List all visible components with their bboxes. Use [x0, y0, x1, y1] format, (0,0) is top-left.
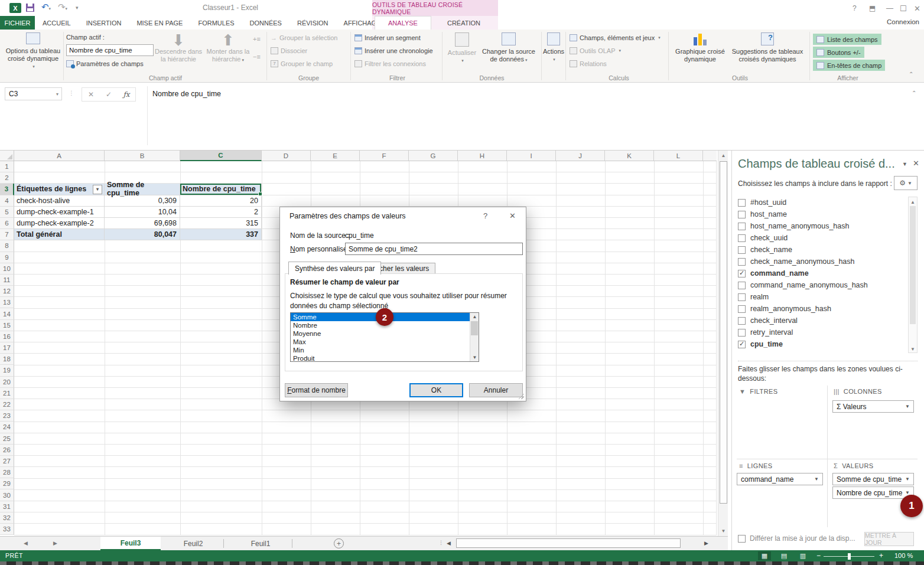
- confirm-entry-icon[interactable]: ✓: [100, 90, 118, 99]
- normal-view-icon[interactable]: ▦: [758, 551, 771, 560]
- field-checkbox[interactable]: [738, 293, 746, 301]
- row-header[interactable]: 32: [0, 512, 14, 524]
- save-icon[interactable]: [26, 4, 34, 12]
- row-header[interactable]: 27: [0, 456, 14, 467]
- summary-option[interactable]: Min: [291, 346, 479, 354]
- new-sheet-icon[interactable]: +: [334, 538, 344, 548]
- group-selection-button[interactable]: →Grouper la sélection: [271, 34, 337, 41]
- grid-vertical-scrollbar[interactable]: ▲ ▼: [718, 151, 728, 536]
- scrollbar-thumb[interactable]: [471, 321, 478, 335]
- column-header[interactable]: I: [507, 151, 556, 161]
- scrollbar-thumb[interactable]: [720, 161, 727, 504]
- field-checkbox[interactable]: [738, 246, 746, 254]
- column-header[interactable]: E: [311, 151, 360, 161]
- field-checkbox[interactable]: [738, 258, 746, 266]
- actions-button[interactable]: Actions▾: [542, 32, 565, 63]
- tab-summarize-values[interactable]: Synthèse des valeurs par: [288, 262, 381, 275]
- field-chip[interactable]: Σ Valeurs▼: [832, 400, 914, 413]
- collapse-ribbon-icon[interactable]: ⌃: [909, 71, 913, 77]
- expand-field-icon[interactable]: +≡: [253, 35, 261, 43]
- field-checkbox[interactable]: [738, 270, 746, 277]
- sheet-tab-feuil3[interactable]: Feuil3: [100, 537, 161, 550]
- field-list-toggle[interactable]: Liste des champs: [813, 34, 881, 45]
- field-checkbox[interactable]: [738, 211, 746, 218]
- row-header[interactable]: 8: [0, 240, 14, 252]
- row-header[interactable]: 10: [0, 263, 14, 275]
- field-headers-toggle[interactable]: En-têtes de champ: [813, 60, 885, 71]
- tab-analyse-active[interactable]: ANALYSE: [375, 16, 431, 30]
- field-list-scrollbar[interactable]: ▲ ▼: [908, 197, 918, 353]
- scroll-right-icon[interactable]: ▶: [704, 540, 708, 546]
- help-icon[interactable]: ?: [853, 4, 857, 12]
- row-header[interactable]: 16: [0, 331, 14, 342]
- ungroup-button[interactable]: Dissocier: [271, 47, 307, 54]
- field-checkbox[interactable]: [738, 282, 746, 289]
- row-header[interactable]: 18: [0, 354, 14, 365]
- select-all-corner[interactable]: [0, 151, 14, 161]
- field-checkbox[interactable]: [738, 234, 746, 242]
- row-header[interactable]: 1: [0, 161, 14, 172]
- row-header[interactable]: 3: [0, 184, 14, 195]
- insert-timeline-button[interactable]: Insérer une chronologie: [354, 47, 433, 54]
- row-header[interactable]: 29: [0, 478, 14, 489]
- qat-customize-icon[interactable]: ▾: [76, 5, 79, 11]
- row-header[interactable]: 19: [0, 365, 14, 376]
- field-item[interactable]: #host_uuid: [738, 197, 907, 208]
- name-box[interactable]: C3▾: [5, 87, 62, 100]
- row-header[interactable]: 26: [0, 445, 14, 456]
- tab-accueil[interactable]: ACCUEIL: [35, 16, 79, 30]
- sheet-nav-left-icon[interactable]: ◀: [24, 540, 28, 546]
- formula-bar-splitter[interactable]: ⋮: [69, 90, 74, 96]
- zoom-in-icon[interactable]: +: [879, 551, 883, 560]
- tab-revision[interactable]: RÉVISION: [289, 16, 336, 30]
- pivot-chart-button[interactable]: Graphique croisédynamique: [674, 32, 727, 63]
- column-header[interactable]: G: [409, 151, 458, 161]
- row-header[interactable]: 33: [0, 524, 14, 535]
- row-header[interactable]: 15: [0, 320, 14, 331]
- scroll-down-icon[interactable]: ▼: [909, 344, 917, 354]
- filter-connections-button[interactable]: Filtrer les connexions: [354, 60, 426, 67]
- insert-function-icon[interactable]: ƒx: [118, 90, 135, 99]
- row-header[interactable]: 31: [0, 501, 14, 512]
- field-checkbox[interactable]: [738, 329, 746, 337]
- plus-minus-buttons-toggle[interactable]: Boutons +/-: [813, 47, 864, 58]
- scroll-down-icon[interactable]: ▼: [718, 526, 728, 535]
- column-header[interactable]: L: [654, 151, 703, 161]
- row-header[interactable]: 22: [0, 399, 14, 410]
- field-item[interactable]: check_interval: [738, 315, 907, 326]
- recommended-pivots-button[interactable]: ? Suggestions de tableauxcroisés dynamiq…: [728, 32, 807, 63]
- chevron-down-icon[interactable]: ▼: [905, 404, 910, 409]
- field-item[interactable]: check_uuid: [738, 232, 907, 244]
- pivot-row-labels-header[interactable]: Étiquettes de lignes ▾: [14, 184, 105, 195]
- field-item[interactable]: check_name_anonymous_hash: [738, 256, 907, 267]
- redo-icon[interactable]: ↷▾: [58, 2, 67, 12]
- field-checkbox[interactable]: [738, 341, 746, 348]
- field-item[interactable]: host_name: [738, 208, 907, 220]
- zoom-slider-thumb[interactable]: [848, 553, 851, 560]
- row-header[interactable]: 4: [0, 195, 14, 207]
- dialog-help-icon[interactable]: ?: [483, 211, 487, 220]
- field-chip[interactable]: Somme de cpu_time▼: [832, 473, 914, 485]
- column-header[interactable]: H: [458, 151, 507, 161]
- chevron-down-icon[interactable]: ▾: [56, 92, 58, 97]
- column-header[interactable]: D: [262, 151, 311, 161]
- row-header[interactable]: 14: [0, 308, 14, 319]
- sheet-tab-feuil1[interactable]: Feuil1: [234, 537, 287, 550]
- tab-donnees[interactable]: DONNÉES: [242, 16, 289, 30]
- close-icon[interactable]: ✕: [914, 4, 920, 13]
- field-settings-button[interactable]: Paramètres de champs: [66, 60, 144, 67]
- column-header[interactable]: B: [105, 151, 180, 161]
- tab-formules[interactable]: FORMULES: [190, 16, 242, 30]
- sheet-nav-right-icon[interactable]: ▶: [53, 540, 57, 546]
- drill-up-button[interactable]: ⬆ Monter dans lahiérarchie▾: [204, 32, 252, 64]
- listbox-scrollbar[interactable]: ▲ ▼: [470, 313, 479, 361]
- formula-bar-collapse-icon[interactable]: ⌃: [912, 90, 916, 96]
- pivot-row[interactable]: dump-check-example-1 10,04 2: [14, 207, 262, 218]
- minimize-icon[interactable]: —: [886, 4, 893, 12]
- pivot-row[interactable]: check-host-alive 0,309 20: [14, 195, 262, 207]
- fields-items-sets-button[interactable]: Champs, éléments et jeux▾: [570, 34, 661, 41]
- field-checkbox[interactable]: [738, 305, 746, 313]
- summary-option[interactable]: Produit: [291, 354, 479, 362]
- summary-option[interactable]: Max: [291, 338, 479, 346]
- scroll-up-icon[interactable]: ▲: [718, 151, 728, 160]
